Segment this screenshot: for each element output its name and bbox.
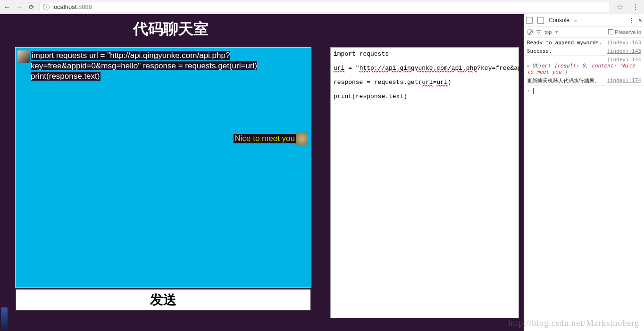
log-source[interactable]: (index):163 [607, 40, 641, 46]
log-source[interactable]: (index):143 [607, 48, 641, 54]
text-caret [533, 88, 534, 94]
bot-message: Nice to meet you [234, 132, 309, 145]
forward-button[interactable]: → [15, 3, 24, 11]
prompt-chevron-icon: › [527, 88, 530, 94]
url-host: localhost [52, 3, 76, 10]
chevron-down-icon: ▾ [555, 29, 558, 35]
page-content: 代码聊天室 import requests url = "http://api.… [0, 14, 524, 331]
clear-console-icon[interactable] [527, 29, 533, 35]
device-toggle-icon[interactable] [537, 17, 544, 24]
console-log: Ready to append mywords. (index):163 Suc… [524, 38, 644, 331]
code-editor[interactable]: import requests url = "http://api.qingyu… [330, 47, 519, 318]
log-message: Ready to append mywords. [527, 40, 605, 46]
preserve-log[interactable]: Preserve lo [608, 29, 641, 35]
log-row: 更新聊天机器人代码执行结果。 (index):174 [524, 76, 644, 86]
preserve-checkbox[interactable] [608, 29, 613, 34]
log-source[interactable]: (index):174 [607, 77, 641, 84]
preserve-label: Preserve lo [615, 29, 641, 35]
address-bar[interactable]: i localhost:8888 [40, 2, 610, 12]
page-title: 代码聊天室 [15, 19, 326, 40]
reload-button[interactable]: ⟳ [27, 3, 36, 11]
url-port: :8888 [76, 3, 92, 10]
code-line: print(response.text) [334, 93, 407, 100]
inspect-icon[interactable] [526, 17, 533, 24]
code-line: import requests [334, 50, 389, 58]
user-message: import requests url = "http://api.qingyu… [17, 50, 268, 82]
browser-toolbar: ← → ⟳ i localhost:8888 ☆ ⋮ [0, 0, 644, 14]
log-message: Success. [527, 48, 605, 54]
main-area: 代码聊天室 import requests url = "http://api.… [0, 14, 644, 331]
tab-console[interactable]: Console [549, 17, 569, 24]
back-button[interactable]: ← [3, 3, 11, 11]
console-prompt[interactable]: › [524, 86, 644, 96]
expand-icon[interactable]: ▸ [527, 63, 530, 69]
browser-menu-icon[interactable]: ⋮ [630, 2, 641, 11]
side-widget [1, 307, 8, 330]
devtools-panel: Console » ⋮ × ▽ top ▾ Preserve lo Ready … [524, 14, 644, 331]
log-row: Success. (index):143 [524, 47, 644, 56]
bookmark-star-icon[interactable]: ☆ [617, 2, 623, 11]
log-row: (index):144 ▸Object {result: 0, content:… [524, 56, 644, 76]
devtools-tabs: Console » ⋮ × [524, 14, 644, 26]
bot-avatar [296, 132, 308, 145]
send-button[interactable]: 发送 [15, 289, 311, 311]
filter-icon[interactable]: ▽ [536, 29, 541, 35]
console-controls: ▽ top ▾ Preserve lo [524, 26, 644, 38]
info-icon[interactable]: i [43, 4, 50, 10]
chat-box: import requests url = "http://api.qingyu… [15, 47, 311, 288]
log-message: (index):144 ▸Object {result: 0, content:… [527, 57, 641, 75]
log-message: 更新聊天机器人代码执行结果。 [527, 77, 605, 84]
devtools-menu-icon[interactable]: ⋮ [628, 17, 635, 24]
chevron-right-icon[interactable]: » [574, 17, 577, 23]
user-message-text: import requests url = "http://api.qingyu… [31, 50, 268, 82]
bot-message-text: Nice to meet you [234, 134, 296, 143]
context-selector[interactable]: top [544, 29, 552, 35]
user-avatar [17, 50, 30, 63]
log-source[interactable]: (index):144 [607, 57, 641, 63]
devtools-close-icon[interactable]: × [638, 17, 642, 24]
log-row: Ready to append mywords. (index):163 [524, 39, 644, 47]
